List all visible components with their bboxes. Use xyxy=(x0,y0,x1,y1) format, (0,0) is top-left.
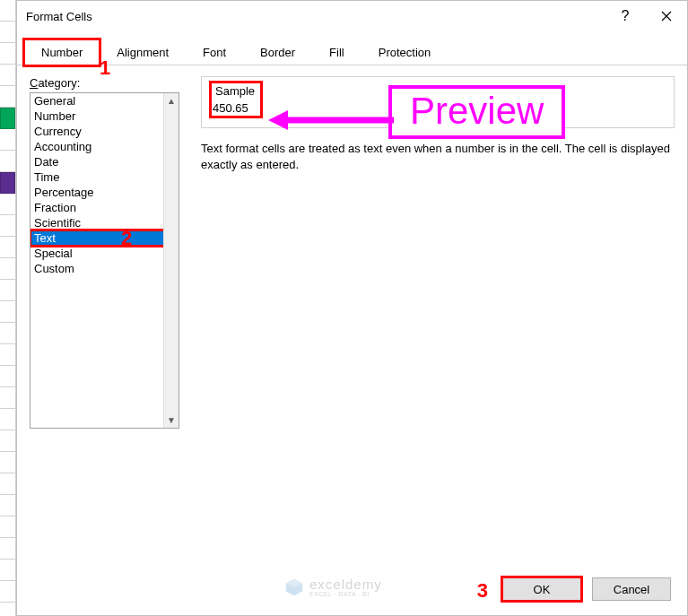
scroll-down-icon[interactable]: ▼ xyxy=(164,412,179,428)
list-item[interactable]: Scientific xyxy=(30,215,179,230)
format-description: Text format cells are treated as text ev… xyxy=(201,141,675,172)
tab-border[interactable]: Border xyxy=(243,39,312,65)
titlebar: Format Cells ? xyxy=(17,1,687,31)
background-sheet-edge xyxy=(0,0,16,616)
watermark-tagline: EXCEL · DATA · BI xyxy=(309,591,382,597)
tab-strip: Number Alignment Font Border Fill Protec… xyxy=(17,31,687,65)
sample-value: 450.65 xyxy=(213,101,257,115)
list-item[interactable]: Percentage xyxy=(30,185,179,200)
list-item[interactable]: Fraction xyxy=(30,200,179,215)
list-item[interactable]: Currency xyxy=(30,124,179,139)
svg-marker-1 xyxy=(268,110,288,130)
sample-label: Sample xyxy=(213,84,257,98)
preview-callout-label: Preview xyxy=(388,85,565,139)
dialog-title: Format Cells xyxy=(26,10,92,23)
listbox-scrollbar[interactable]: ▲ ▼ xyxy=(163,93,179,428)
tab-content: Category: General Number Currency Accoun… xyxy=(17,65,687,563)
list-item[interactable]: Special xyxy=(30,246,179,261)
tab-protection[interactable]: Protection xyxy=(361,39,449,65)
ok-button[interactable]: OK xyxy=(502,577,581,601)
callout-number-3: 3 xyxy=(477,579,488,603)
watermark-brand: exceldemy xyxy=(309,577,382,591)
arrow-icon xyxy=(268,107,394,134)
tab-number[interactable]: Number xyxy=(24,39,100,65)
close-icon xyxy=(661,11,672,22)
dialog-buttons: OK Cancel xyxy=(502,577,671,601)
cancel-button[interactable]: Cancel xyxy=(592,577,671,601)
help-button[interactable]: ? xyxy=(605,1,646,31)
list-item[interactable]: Date xyxy=(30,154,179,169)
callout-number-1: 1 xyxy=(100,56,110,80)
list-item-selected[interactable]: Text xyxy=(30,230,179,246)
scroll-up-icon[interactable]: ▲ xyxy=(164,93,179,108)
list-item[interactable]: Accounting xyxy=(30,139,179,154)
list-item[interactable]: Time xyxy=(30,169,179,185)
callout-number-2: 2 xyxy=(121,227,132,250)
watermark: exceldemy EXCEL · DATA · BI xyxy=(284,577,382,597)
tab-alignment[interactable]: Alignment xyxy=(100,39,186,65)
category-listbox[interactable]: General Number Currency Accounting Date … xyxy=(30,92,179,429)
tab-font[interactable]: Font xyxy=(186,39,243,65)
tab-fill[interactable]: Fill xyxy=(312,39,361,65)
list-item[interactable]: Custom xyxy=(30,261,179,276)
list-item[interactable]: General xyxy=(30,93,179,108)
watermark-icon xyxy=(284,577,304,597)
format-cells-dialog: Format Cells ? Number Alignment Font Bor… xyxy=(16,0,688,616)
close-button[interactable] xyxy=(646,1,687,31)
list-item[interactable]: Number xyxy=(30,108,179,124)
